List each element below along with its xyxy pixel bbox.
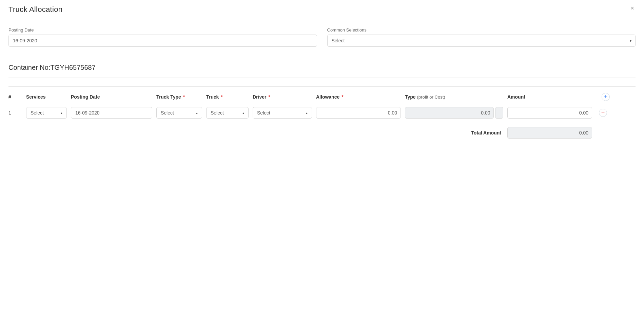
caret-up-icon: ▴ [306, 111, 308, 115]
remove-row-button[interactable]: − [599, 109, 607, 117]
allowance-input[interactable] [316, 107, 401, 119]
col-amount: Amount [507, 94, 592, 100]
row-index: 1 [8, 110, 22, 116]
row-posting-date-input[interactable] [71, 107, 152, 119]
col-truck: Truck * [206, 94, 249, 100]
col-idx: # [8, 94, 22, 100]
truck-value: Select [211, 110, 224, 116]
driver-value: Select [257, 110, 270, 116]
container-heading: Container No:TGYH6575687 [8, 64, 636, 78]
col-posting-date: Posting Date [71, 94, 152, 100]
services-select[interactable]: Select ▴ [26, 107, 67, 119]
services-value: Select [31, 110, 44, 116]
col-services: Services [26, 94, 67, 100]
common-selections-wrap: Select ▾ [327, 35, 636, 47]
common-selections-select[interactable]: Select [327, 35, 636, 47]
truck-select[interactable]: Select ▴ [206, 107, 249, 119]
posting-date-input[interactable] [8, 35, 317, 47]
page-title: Truck Allocation [8, 5, 62, 14]
required-mark: * [340, 94, 343, 100]
modal-header: Truck Allocation × [8, 5, 636, 14]
amount-input[interactable] [507, 107, 592, 119]
col-allowance: Allowance * [316, 94, 401, 100]
table-row: 1 Select ▴ Select ▴ Select ▴ Select ▴ − [8, 106, 636, 122]
minus-icon: − [601, 110, 605, 116]
caret-up-icon: ▴ [196, 111, 198, 115]
driver-select[interactable]: Select ▴ [253, 107, 312, 119]
required-mark: * [267, 94, 270, 100]
posting-date-label: Posting Date [8, 27, 317, 33]
common-selections-group: Common Selections Select ▾ [327, 27, 636, 47]
close-icon: × [630, 5, 634, 12]
table-header-row: # Services Posting Date Truck Type * Tru… [8, 87, 636, 106]
type-addon[interactable] [495, 107, 503, 119]
total-amount-value [507, 127, 592, 139]
type-cell [405, 107, 503, 119]
filter-row: Posting Date Common Selections Select ▾ [8, 27, 636, 47]
required-mark: * [219, 94, 222, 100]
caret-up-icon: ▴ [242, 111, 244, 115]
common-selections-value: Select [332, 38, 345, 43]
col-type: Type (profit or Cost) [405, 94, 503, 100]
truck-type-value: Select [161, 110, 174, 116]
close-button[interactable]: × [629, 5, 636, 11]
col-truck-type: Truck Type * [156, 94, 202, 100]
type-input [405, 107, 494, 119]
container-prefix: Container No: [8, 64, 50, 71]
common-selections-label: Common Selections [327, 27, 636, 33]
caret-up-icon: ▴ [61, 111, 62, 115]
total-row: Total Amount [8, 127, 636, 139]
container-number: TGYH6575687 [50, 64, 95, 71]
plus-icon: + [604, 94, 608, 100]
truck-type-select[interactable]: Select ▴ [156, 107, 202, 119]
col-driver: Driver * [253, 94, 312, 100]
add-row-button[interactable]: + [602, 93, 610, 101]
total-amount-label: Total Amount [405, 130, 503, 136]
required-mark: * [182, 94, 185, 100]
posting-date-group: Posting Date [8, 27, 317, 47]
